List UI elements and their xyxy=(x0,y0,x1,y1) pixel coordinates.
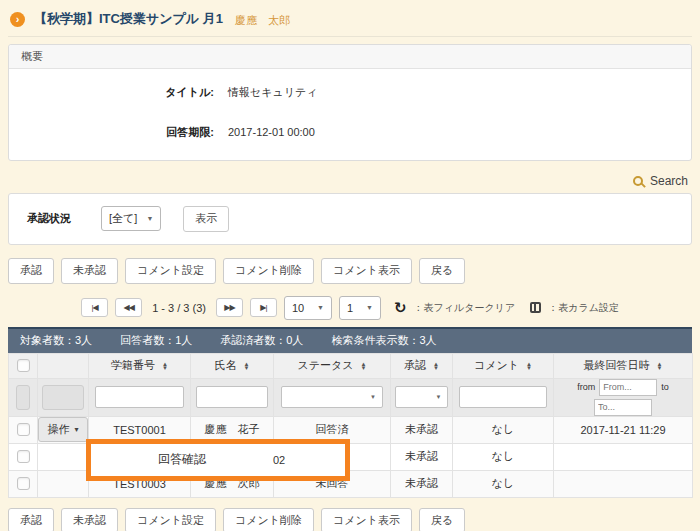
disabled-filter xyxy=(16,385,30,410)
page-size-select[interactable]: 10 ▼ xyxy=(284,296,332,320)
row-checkbox[interactable] xyxy=(17,477,30,490)
title-label: タイトル: xyxy=(9,85,214,100)
approval-cell: 未承認 xyxy=(391,416,453,443)
approval-status-label: 承認状況 xyxy=(27,211,79,226)
answer-check-menu-item[interactable]: 回答確認 xyxy=(91,451,273,468)
approval-filter-select[interactable]: ▼ xyxy=(395,386,449,408)
search-icon xyxy=(633,176,643,186)
sort-icon[interactable]: ▲▼ xyxy=(433,362,439,370)
sort-icon[interactable]: ▲▼ xyxy=(657,362,663,370)
column-config-label: ：表カラム設定 xyxy=(548,301,619,315)
filter-status-cell: ▼ xyxy=(274,378,391,416)
unapprove-button[interactable]: 未承認 xyxy=(61,258,118,284)
column-config-icon[interactable] xyxy=(530,302,541,313)
comment-header[interactable]: コメント▲▼ xyxy=(453,353,554,378)
chevron-circle-icon: › xyxy=(10,12,25,27)
approval-cell: 未承認 xyxy=(391,443,453,470)
back-button[interactable]: 戻る xyxy=(419,508,465,531)
sort-icon[interactable]: ▲▼ xyxy=(526,362,532,370)
filter-date-cell: from to xyxy=(554,378,693,416)
status-filter-select[interactable]: ▼ xyxy=(281,386,383,408)
comment-show-button[interactable]: コメント表示 xyxy=(321,258,412,284)
last-answer-header[interactable]: 最終回答日時▲▼ xyxy=(554,353,693,378)
last-page-button[interactable]: ▶| xyxy=(250,298,277,317)
operation-cell xyxy=(38,443,89,470)
student-id-header[interactable]: 学籍番号▲▼ xyxy=(89,353,191,378)
page-number-select[interactable]: 1 ▼ xyxy=(339,296,381,320)
status-header[interactable]: ステータス▲▼ xyxy=(274,353,391,378)
approve-button[interactable]: 承認 xyxy=(8,258,54,284)
approval-cell: 未承認 xyxy=(391,470,453,497)
name-header[interactable]: 氏名▲▼ xyxy=(191,353,274,378)
comment-set-button[interactable]: コメント設定 xyxy=(125,508,216,531)
page: › 【秋学期】ITC授業サンプル 月1 慶應 太郎 概要 タイトル: 情報セキュ… xyxy=(0,0,700,531)
show-button[interactable]: 表示 xyxy=(183,206,229,232)
comment-filter-input[interactable] xyxy=(459,386,547,408)
overview-panel-title: 概要 xyxy=(9,45,691,69)
unapprove-button[interactable]: 未承認 xyxy=(61,508,118,531)
caret-down-icon: ▼ xyxy=(370,394,376,400)
caret-down-icon: ▾ xyxy=(74,425,78,434)
comment-show-button[interactable]: コメント表示 xyxy=(321,508,412,531)
filter-approval-cell: ▼ xyxy=(391,378,453,416)
filter-check-cell xyxy=(9,378,38,416)
sort-icon[interactable]: ▲▼ xyxy=(361,362,367,370)
overview-panel-body: タイトル: 情報セキュリティ 回答期限: 2017-12-01 00:00 xyxy=(9,69,691,160)
filter-clear-icon[interactable]: ↻ xyxy=(394,300,407,315)
operation-header xyxy=(38,353,89,378)
deadline-value: 2017-12-01 00:00 xyxy=(228,126,315,138)
back-button[interactable]: 戻る xyxy=(419,258,465,284)
filter-comment-cell xyxy=(453,378,554,416)
filter-op-cell xyxy=(38,378,89,416)
status-header-label: ステータス xyxy=(298,358,354,373)
results-table-wrap: 学籍番号▲▼ 氏名▲▼ ステータス▲▼ 承認▲▼ コメント▲▼ 最終回答日時▲▼… xyxy=(8,353,692,498)
comment-cell: なし xyxy=(453,416,554,443)
caret-down-icon: ▼ xyxy=(435,394,441,400)
page-number-value: 1 xyxy=(347,302,353,314)
action-buttons-bottom: 承認 未承認 コメント設定 コメント削除 コメント表示 戻る xyxy=(8,508,692,531)
header-divider xyxy=(8,36,692,37)
comment-set-button[interactable]: コメント設定 xyxy=(125,258,216,284)
deadline-field-row: 回答期限: 2017-12-01 00:00 xyxy=(9,125,691,140)
comment-delete-button[interactable]: コメント削除 xyxy=(223,508,314,531)
filter-clear-label: ：表フィルタークリア xyxy=(414,301,516,315)
deadline-label: 回答期限: xyxy=(9,125,214,140)
row-checkbox[interactable] xyxy=(17,450,30,463)
operation-button[interactable]: 操作▾ xyxy=(38,417,87,442)
comment-cell: なし xyxy=(453,443,554,470)
student-id-filter-input[interactable] xyxy=(95,386,184,408)
stats-bar: 対象者数：3人 回答者数：1人 承認済者数：0人 検索条件表示数：3人 xyxy=(8,327,692,353)
row-checkbox[interactable] xyxy=(17,423,30,436)
caret-down-icon: ▼ xyxy=(366,304,373,311)
caret-down-icon: ▼ xyxy=(146,215,153,222)
caret-down-icon: ▼ xyxy=(317,304,324,311)
approval-status-select[interactable]: [全て] ▼ xyxy=(101,206,161,231)
student-id-remnant: 02 xyxy=(273,454,345,466)
first-page-button[interactable]: |◀ xyxy=(81,298,108,317)
prev-page-button[interactable]: ◀◀ xyxy=(115,298,142,317)
last-answer-cell xyxy=(554,470,693,497)
user-name-link[interactable]: 慶應 太郎 xyxy=(235,11,290,28)
date-to-input[interactable] xyxy=(594,399,652,416)
date-from-input[interactable] xyxy=(599,379,657,396)
pagination: |◀ ◀◀ 1 - 3 / 3 (3) ▶▶ ▶| 10 ▼ 1 ▼ ↻ ：表フ… xyxy=(8,296,692,320)
approval-header[interactable]: 承認▲▼ xyxy=(391,353,453,378)
search-header[interactable]: Search xyxy=(8,174,688,188)
comment-cell: なし xyxy=(453,470,554,497)
operation-cell xyxy=(38,470,89,497)
sort-icon[interactable]: ▲▼ xyxy=(244,362,250,370)
select-all-cell xyxy=(9,353,38,378)
search-label: Search xyxy=(650,174,688,188)
last-answer-cell xyxy=(554,443,693,470)
select-all-checkbox[interactable] xyxy=(17,359,30,372)
approve-button[interactable]: 承認 xyxy=(8,508,54,531)
comment-delete-button[interactable]: コメント削除 xyxy=(223,258,314,284)
approval-header-label: 承認 xyxy=(404,358,426,373)
next-page-button[interactable]: ▶▶ xyxy=(216,298,243,317)
name-filter-input[interactable] xyxy=(196,386,268,408)
filter-name-cell xyxy=(191,378,274,416)
table-filter-row: ▼ ▼ from to xyxy=(9,378,693,416)
sort-icon[interactable]: ▲▼ xyxy=(162,362,168,370)
action-buttons-top: 承認 未承認 コメント設定 コメント削除 コメント表示 戻る xyxy=(8,258,692,284)
table-header-row: 学籍番号▲▼ 氏名▲▼ ステータス▲▼ 承認▲▼ コメント▲▼ 最終回答日時▲▼ xyxy=(9,353,693,378)
